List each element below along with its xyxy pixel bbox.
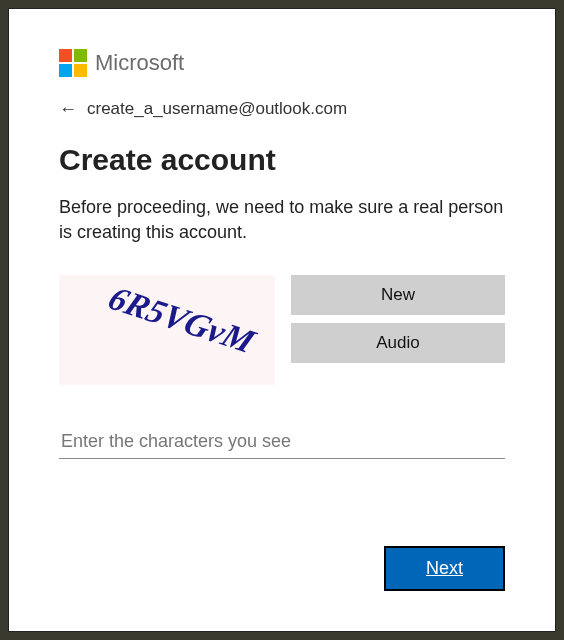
- next-button[interactable]: Next: [384, 546, 505, 591]
- identity-email: create_a_username@outlook.com: [87, 99, 347, 119]
- brand-header: Microsoft: [59, 49, 505, 77]
- footer-actions: Next: [384, 546, 505, 591]
- captcha-input[interactable]: [59, 425, 505, 459]
- microsoft-logo-icon: [59, 49, 87, 77]
- signup-card: Microsoft ← create_a_username@outlook.co…: [8, 8, 556, 632]
- new-captcha-button[interactable]: New: [291, 275, 505, 315]
- brand-name: Microsoft: [95, 50, 184, 76]
- captcha-controls: New Audio: [291, 275, 505, 385]
- captcha-image: 6R5VGvM: [59, 275, 275, 385]
- page-description: Before proceeding, we need to make sure …: [59, 195, 505, 245]
- identity-row: ← create_a_username@outlook.com: [59, 99, 505, 119]
- page-title: Create account: [59, 143, 505, 177]
- captcha-section: 6R5VGvM New Audio: [59, 275, 505, 385]
- back-arrow-icon[interactable]: ←: [59, 100, 77, 118]
- audio-captcha-button[interactable]: Audio: [291, 323, 505, 363]
- captcha-text: 6R5VGvM: [103, 280, 263, 360]
